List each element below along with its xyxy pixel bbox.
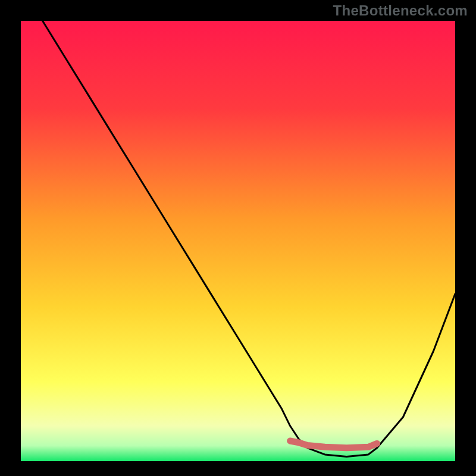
gradient-background — [21, 21, 455, 461]
chart-frame: TheBottleneck.com — [0, 0, 476, 476]
bottleneck-plot — [0, 0, 476, 476]
watermark-label: TheBottleneck.com — [333, 2, 468, 19]
